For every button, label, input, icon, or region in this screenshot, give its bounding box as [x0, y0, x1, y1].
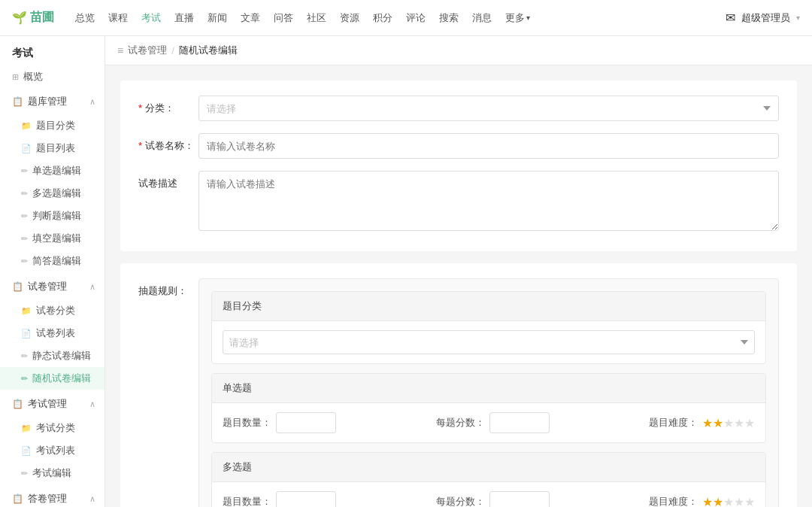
name-label: * 试卷名称：: [138, 139, 198, 153]
sidebar-item-question-list[interactable]: 📄 题目列表: [0, 137, 105, 159]
content-area: * 分类： 请选择 * 试卷名称：: [105, 65, 812, 507]
nav-link-live[interactable]: 直播: [168, 8, 200, 28]
nav-link-search[interactable]: 搜索: [433, 8, 465, 28]
category-inner-select[interactable]: 请选择: [223, 330, 755, 354]
sidebar-group-header-answer[interactable]: 📋 答卷管理 ∧: [0, 486, 105, 507]
menu-icon[interactable]: ≡: [117, 44, 123, 56]
single-count-input[interactable]: [276, 412, 336, 433]
grid-icon: ⊞: [12, 72, 19, 82]
single-star-1[interactable]: ★: [702, 416, 713, 430]
sidebar-item-fill-edit[interactable]: ✏ 填空题编辑: [0, 227, 105, 250]
sidebar-item-exam-cat[interactable]: 📁 考试分类: [0, 417, 105, 439]
sidebar-group-header-question-bank[interactable]: 📋 题库管理 ∧: [0, 89, 105, 114]
draw-rules-content: 题目分类 请选择 单选题: [198, 278, 779, 507]
sidebar-item-random-paper-edit[interactable]: ✏ 随机试卷编辑: [0, 367, 105, 390]
basic-info-section: * 分类： 请选择 * 试卷名称：: [120, 80, 797, 251]
chevron-down-icon-admin: ▾: [796, 14, 800, 22]
more-label: 更多: [505, 11, 525, 25]
nav-link-score[interactable]: 积分: [367, 8, 398, 28]
sidebar-group-header-paper[interactable]: 📋 试卷管理 ∧: [0, 274, 105, 299]
group-label-question-bank: 题库管理: [28, 95, 67, 108]
answer-mgmt-icon: 📋: [12, 493, 23, 504]
nav-link-message[interactable]: 消息: [466, 8, 498, 28]
multi-star-5[interactable]: ★: [744, 495, 755, 508]
edit-icon-fill: ✏: [21, 234, 28, 244]
edit-icon-essay: ✏: [21, 257, 28, 266]
category-row: * 分类： 请选择: [138, 96, 779, 121]
category-field: 请选择: [198, 96, 779, 121]
admin-label[interactable]: 超级管理员: [741, 11, 790, 25]
qtype-multi-body: 题目数量： 每题分数： 题目难度： ★ ★ ★ ★: [212, 482, 765, 507]
sidebar-item-overview[interactable]: ⊞ 概览: [0, 65, 105, 89]
top-nav: 🌱 苗圃 总览 课程 考试 直播 新闻 文章 问答 社区 资源 积分 评论 搜索…: [0, 0, 812, 36]
top-nav-right: ✉ 超级管理员 ▾: [726, 11, 800, 25]
single-star-4[interactable]: ★: [734, 416, 744, 430]
logo-text: 苗圃: [30, 10, 54, 26]
single-star-2[interactable]: ★: [713, 416, 723, 430]
list-icon-exam: 📄: [21, 446, 32, 456]
group-label-answer: 答卷管理: [28, 492, 67, 505]
breadcrumb-current: 随机试卷编辑: [179, 44, 238, 57]
sidebar-item-paper-list[interactable]: 📄 试卷列表: [0, 322, 105, 345]
sidebar-section-title: 考试: [0, 36, 105, 65]
layout: 考试 ⊞ 概览 📋 题库管理 ∧ 📁 题目分类 📄 题目列表 ✏ 单选题编辑 ✏: [0, 36, 812, 507]
sidebar-item-exam-edit[interactable]: ✏ 考试编辑: [0, 462, 105, 484]
multi-score-input[interactable]: [489, 491, 550, 507]
desc-row: 试卷描述: [138, 171, 779, 233]
multi-difficulty-label: 题目难度：: [649, 495, 698, 507]
qtype-single-header: 单选题: [212, 374, 765, 403]
multi-star-2[interactable]: ★: [713, 495, 723, 508]
folder-icon-exam: 📁: [21, 424, 32, 433]
nav-link-more[interactable]: 更多 ▾: [499, 8, 536, 28]
name-input[interactable]: [198, 133, 779, 159]
sidebar-item-exam-list[interactable]: 📄 考试列表: [0, 439, 105, 462]
draw-rules-label: 抽题规则：: [138, 278, 198, 298]
breadcrumb-sep: /: [171, 45, 174, 56]
group-label-paper: 试卷管理: [28, 280, 67, 293]
single-star-3[interactable]: ★: [723, 416, 734, 430]
nav-link-exam[interactable]: 考试: [135, 8, 167, 28]
single-score-input[interactable]: [489, 412, 550, 433]
qtype-category-section: 题目分类 请选择: [211, 291, 766, 364]
logo[interactable]: 🌱 苗圃: [12, 10, 54, 26]
desc-label: 试卷描述: [138, 171, 198, 190]
sidebar-item-category[interactable]: 📁 题目分类: [0, 114, 105, 137]
nav-link-article[interactable]: 文章: [235, 8, 266, 28]
draw-rules-row: 抽题规则： 题目分类 请选择: [138, 278, 779, 507]
desc-textarea[interactable]: [198, 171, 779, 231]
sidebar-item-essay-edit[interactable]: ✏ 简答题编辑: [0, 250, 105, 272]
nav-link-overview[interactable]: 总览: [69, 8, 101, 28]
nav-link-qa[interactable]: 问答: [268, 8, 299, 28]
sidebar-item-multi-edit[interactable]: ✏ 多选题编辑: [0, 182, 105, 205]
nav-links: 总览 课程 考试 直播 新闻 文章 问答 社区 资源 积分 评论 搜索 消息 更…: [69, 8, 726, 28]
list-icon-paper: 📄: [21, 329, 32, 339]
breadcrumb: ≡ 试卷管理 / 随机试卷编辑: [105, 36, 812, 65]
multi-star-1[interactable]: ★: [702, 495, 713, 508]
multi-count-input[interactable]: [276, 491, 336, 507]
qtype-category-body: 请选择: [212, 321, 765, 363]
multi-star-4[interactable]: ★: [734, 495, 744, 508]
sidebar-group-header-exam-mgmt[interactable]: 📋 考试管理 ∧: [0, 391, 105, 417]
category-select[interactable]: 请选择: [198, 96, 779, 121]
breadcrumb-paper-mgmt[interactable]: 试卷管理: [128, 44, 167, 57]
edit-icon-judge: ✏: [21, 211, 28, 221]
chevron-down-icon: ▾: [526, 14, 530, 22]
qtype-category-header: 题目分类: [212, 292, 765, 321]
sidebar-item-static-paper-edit[interactable]: ✏ 静态试卷编辑: [0, 345, 105, 367]
mail-icon[interactable]: ✉: [726, 11, 735, 25]
nav-link-comment[interactable]: 评论: [400, 8, 432, 28]
single-count-label: 题目数量：: [223, 416, 271, 430]
sidebar-item-judge-edit[interactable]: ✏ 判断题编辑: [0, 205, 105, 227]
sidebar-item-paper-cat[interactable]: 📁 试卷分类: [0, 299, 105, 322]
single-star-5[interactable]: ★: [744, 416, 755, 430]
nav-link-resource[interactable]: 资源: [334, 8, 365, 28]
draw-rules-section: 抽题规则： 题目分类 请选择: [120, 263, 797, 507]
sidebar-item-single-edit[interactable]: ✏ 单选题编辑: [0, 159, 105, 182]
paper-icon: 📋: [12, 281, 23, 292]
logo-icon: 🌱: [12, 11, 27, 25]
multi-star-3[interactable]: ★: [723, 495, 734, 508]
chevron-up-icon-answer: ∧: [89, 494, 95, 504]
nav-link-news[interactable]: 新闻: [201, 8, 233, 28]
nav-link-community[interactable]: 社区: [301, 8, 332, 28]
nav-link-course[interactable]: 课程: [102, 8, 134, 28]
